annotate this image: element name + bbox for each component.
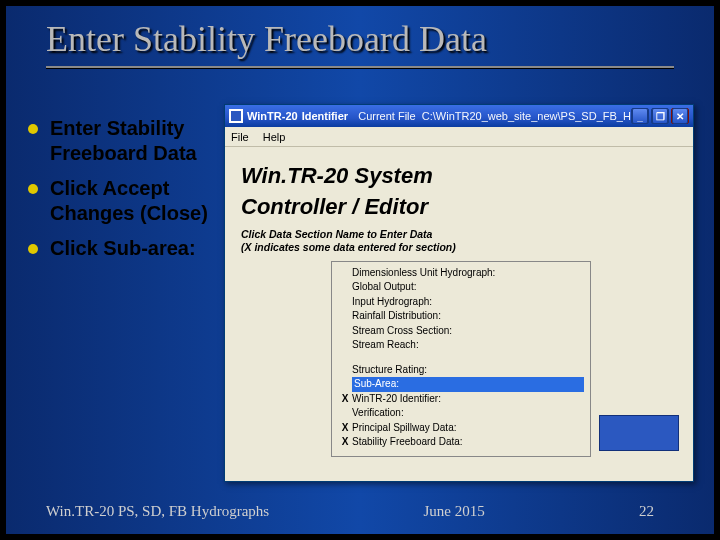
section-x — [338, 266, 352, 281]
section-name: Structure Rating: — [352, 363, 584, 378]
section-x — [338, 295, 352, 310]
section-x: X — [338, 392, 352, 407]
window-title-label: Identifier — [302, 110, 348, 122]
app-subheading-line1: Click Data Section Name to Enter Data — [241, 228, 677, 240]
section-spacer — [338, 353, 584, 363]
close-icon: ✕ — [672, 108, 688, 124]
section-name: Verification: — [352, 406, 584, 421]
app-icon — [229, 109, 243, 123]
section-x — [338, 377, 352, 392]
section-row[interactable]: Rainfall Distribution: — [338, 309, 584, 324]
accept-changes-button[interactable] — [599, 415, 679, 451]
wintr20-window: WinTR-20 Identifier Current File C:\WinT… — [224, 104, 694, 482]
window-buttons: _ ❐ ✕ — [631, 108, 689, 124]
maximize-icon: ❐ — [652, 108, 668, 124]
section-row[interactable]: Structure Rating: — [338, 363, 584, 378]
section-name: WinTR-20 Identifier: — [352, 392, 584, 407]
bullet-item: Click Sub-area: — [28, 236, 218, 261]
bullet-item: Click Accept Changes (Close) — [28, 176, 218, 226]
app-heading-line2: Controller / Editor — [241, 194, 677, 219]
slide-title: Enter Stability Freeboard Data — [46, 18, 674, 60]
slide-title-area: Enter Stability Freeboard Data — [46, 18, 674, 68]
app-heading-line1: Win.TR-20 System — [241, 163, 677, 188]
minimize-button[interactable]: _ — [631, 108, 649, 124]
section-name: Stability Freeboard Data: — [352, 435, 584, 450]
section-row[interactable]: XPrincipal Spillway Data: — [338, 421, 584, 436]
title-underline — [46, 66, 674, 68]
section-row[interactable]: Dimensionless Unit Hydrograph: — [338, 266, 584, 281]
slide-bullets: Enter Stability Freeboard Data Click Acc… — [28, 116, 218, 271]
section-name: Principal Spillway Data: — [352, 421, 584, 436]
footer-left: Win.TR-20 PS, SD, FB Hydrographs — [46, 503, 269, 520]
footer-center: June 2015 — [423, 503, 484, 520]
current-file-path: C:\WinTR20_web_site_new\PS_SD_FB_Harriso… — [422, 110, 631, 122]
section-x — [338, 280, 352, 295]
section-name: Input Hydrograph: — [352, 295, 584, 310]
section-row[interactable]: XStability Freeboard Data: — [338, 435, 584, 450]
section-row[interactable]: Stream Reach: — [338, 338, 584, 353]
section-row[interactable]: Verification: — [338, 406, 584, 421]
section-name: Dimensionless Unit Hydrograph: — [352, 266, 584, 281]
data-section-list: Dimensionless Unit Hydrograph: Global Ou… — [331, 261, 591, 457]
section-x — [338, 309, 352, 324]
close-button[interactable]: ✕ — [671, 108, 689, 124]
window-title-path: Current File C:\WinTR20_web_site_new\PS_… — [352, 110, 631, 122]
section-name: Sub-Area: — [352, 377, 584, 392]
app-subheading-line2: (X indicates some data entered for secti… — [241, 241, 677, 253]
svg-rect-1 — [231, 111, 241, 121]
section-x: X — [338, 435, 352, 450]
section-x — [338, 406, 352, 421]
presentation-slide: Enter Stability Freeboard Data Enter Sta… — [0, 0, 720, 540]
maximize-button[interactable]: ❐ — [651, 108, 669, 124]
minimize-icon: _ — [632, 108, 648, 124]
section-name: Stream Cross Section: — [352, 324, 584, 339]
menu-help[interactable]: Help — [263, 131, 286, 143]
section-row[interactable]: XWinTR-20 Identifier: — [338, 392, 584, 407]
current-file-label: Current File — [358, 110, 415, 122]
section-name: Stream Reach: — [352, 338, 584, 353]
section-row[interactable]: Stream Cross Section: — [338, 324, 584, 339]
bullet-item: Enter Stability Freeboard Data — [28, 116, 218, 166]
slide-footer: Win.TR-20 PS, SD, FB Hydrographs June 20… — [6, 503, 714, 520]
menu-bar: File Help — [225, 127, 693, 147]
footer-right: 22 — [639, 503, 654, 520]
section-row[interactable]: Global Output: — [338, 280, 584, 295]
window-title-product: WinTR-20 — [247, 110, 298, 122]
menu-file[interactable]: File — [231, 131, 249, 143]
window-titlebar[interactable]: WinTR-20 Identifier Current File C:\WinT… — [225, 105, 693, 127]
section-x — [338, 324, 352, 339]
section-x: X — [338, 421, 352, 436]
section-row[interactable]: Input Hydrograph: — [338, 295, 584, 310]
section-row-subarea[interactable]: Sub-Area: — [338, 377, 584, 392]
section-x — [338, 338, 352, 353]
section-x — [338, 363, 352, 378]
section-name: Global Output: — [352, 280, 584, 295]
section-name: Rainfall Distribution: — [352, 309, 584, 324]
